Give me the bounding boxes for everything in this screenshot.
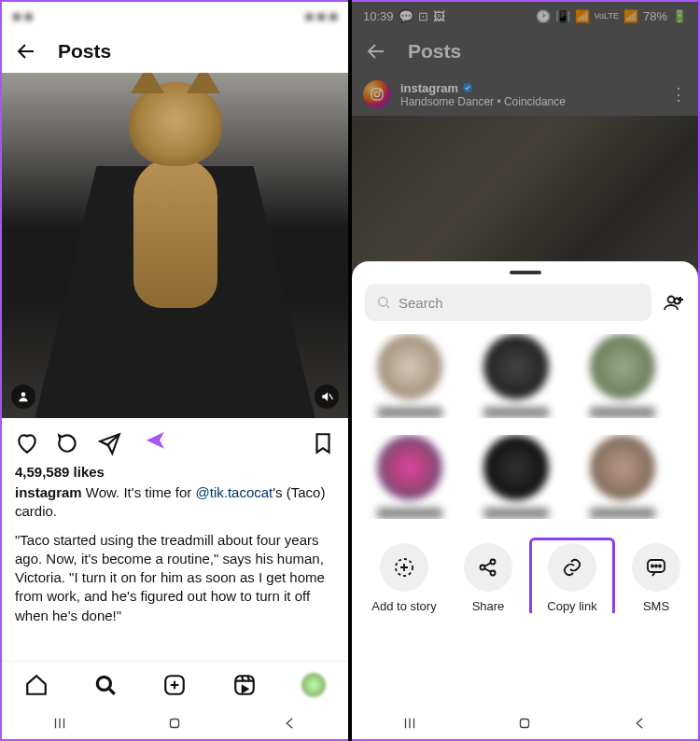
system-nav	[2, 707, 348, 739]
status-bar: ■■ ■■■	[2, 2, 348, 30]
bottom-tabs	[2, 661, 348, 707]
status-battery-icon: 🔋	[672, 9, 687, 23]
svg-line-1	[329, 394, 333, 399]
svg-point-7	[374, 91, 379, 96]
status-wifi-icon: 📶	[575, 9, 590, 23]
sys-back[interactable]	[282, 715, 299, 732]
status-cloud-icon: ⊡	[418, 9, 428, 23]
header: Posts	[2, 30, 348, 73]
share-add-to-story[interactable]: Add to story	[365, 543, 443, 613]
svg-point-8	[380, 91, 381, 91]
contact-item[interactable]	[471, 334, 561, 418]
status-signal-icon: 📶	[623, 9, 638, 23]
svg-point-0	[21, 392, 26, 397]
search-input[interactable]: Search	[365, 284, 651, 321]
post-username[interactable]: instagram	[400, 81, 566, 95]
sys-back[interactable]	[632, 715, 649, 732]
share-sheet: Search Add to story Share	[352, 261, 698, 707]
tab-create[interactable]	[162, 673, 187, 697]
like-button[interactable]	[15, 431, 39, 455]
share-copy-link[interactable]: Copy link	[533, 543, 611, 613]
svg-point-10	[379, 298, 387, 306]
status-alarm-icon: 🕑	[536, 9, 551, 23]
svg-point-2	[98, 677, 111, 690]
tab-home[interactable]	[24, 673, 49, 697]
right-screenshot: 10:39 💬 ⊡ 🖼 🕑 📳 📶 VoLTE 📶 78% 🔋 Posts	[352, 0, 700, 741]
caption-body: "Taco started using the treadmill about …	[15, 531, 335, 625]
status-media-icon: 🖼	[433, 9, 445, 23]
add-to-story-icon	[393, 556, 415, 579]
header: Posts	[352, 30, 698, 73]
contacts-row-2	[365, 435, 685, 519]
sys-home[interactable]	[516, 715, 533, 732]
svg-point-20	[659, 566, 661, 567]
share-icon	[477, 556, 499, 579]
post-header: instagram Handsome Dancer • Coincidance …	[352, 73, 698, 116]
svg-point-18	[651, 566, 653, 567]
sys-home[interactable]	[166, 715, 183, 732]
sms-icon	[645, 556, 667, 579]
status-lte-icon: VoLTE	[595, 11, 619, 21]
svg-point-11	[668, 297, 675, 303]
page-title: Posts	[408, 40, 461, 63]
back-button[interactable]	[365, 40, 387, 63]
tab-profile[interactable]	[301, 673, 326, 697]
contacts-row-1	[365, 334, 685, 418]
tagged-people-icon[interactable]	[11, 384, 35, 409]
post-more-icon[interactable]: ⋮	[670, 84, 687, 105]
link-icon	[561, 556, 583, 579]
save-button[interactable]	[311, 431, 335, 455]
sheet-grabber[interactable]	[510, 271, 541, 274]
sys-recents[interactable]	[401, 715, 418, 732]
page-title: Posts	[58, 40, 111, 63]
caption-username[interactable]: instagram	[15, 484, 82, 500]
svg-rect-5	[171, 720, 179, 728]
tab-reels[interactable]	[232, 673, 257, 697]
caption-mention[interactable]: @tik.tacocat	[195, 484, 273, 500]
system-nav	[352, 707, 698, 739]
svg-rect-21	[521, 720, 529, 728]
contact-item[interactable]	[365, 435, 455, 519]
contact-item[interactable]	[471, 435, 561, 519]
share-generic[interactable]: Share	[449, 543, 527, 613]
contact-item[interactable]	[578, 334, 667, 418]
share-sms[interactable]: SMS	[617, 543, 685, 613]
share-options-row: Add to story Share Copy link SMS Me	[365, 532, 685, 613]
post-audio-label[interactable]: Handsome Dancer • Coincidance	[400, 95, 566, 108]
likes-count[interactable]: 4,59,589 likes	[2, 464, 348, 483]
post-actions: ➤	[2, 418, 348, 464]
add-group-button[interactable]	[663, 291, 685, 314]
status-notif-icon: 💬	[399, 9, 413, 23]
annotation-arrow: ➤	[146, 426, 167, 456]
tab-search[interactable]	[93, 673, 118, 697]
sys-recents[interactable]	[51, 715, 68, 732]
share-button[interactable]	[97, 431, 121, 455]
post-caption: instagram Wow. It's time for @tik.tacoca…	[2, 483, 348, 635]
status-time: 10:39	[363, 9, 394, 23]
status-bar: 10:39 💬 ⊡ 🖼 🕑 📳 📶 VoLTE 📶 78% 🔋	[352, 2, 698, 30]
back-button[interactable]	[15, 40, 37, 63]
search-placeholder: Search	[399, 295, 443, 311]
verified-icon	[462, 82, 473, 93]
post-media[interactable]	[2, 73, 348, 418]
search-icon	[376, 295, 391, 310]
svg-point-19	[655, 566, 657, 567]
status-vibrate-icon: 📳	[555, 9, 570, 23]
instagram-logo-icon[interactable]	[363, 80, 391, 108]
contact-item[interactable]	[578, 435, 667, 519]
mute-icon[interactable]	[315, 384, 339, 409]
comment-button[interactable]	[56, 431, 80, 455]
status-battery: 78%	[643, 9, 667, 23]
left-screenshot: ■■ ■■■ Posts	[0, 0, 348, 741]
contact-item[interactable]	[365, 334, 455, 418]
